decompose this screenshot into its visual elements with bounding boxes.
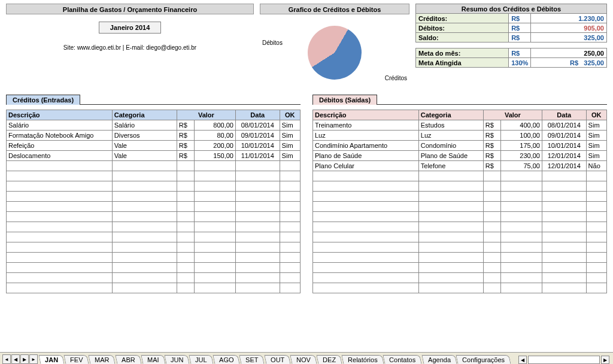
- col-val: Valor: [483, 110, 542, 120]
- meta-atingida-label: Meta Atingida: [416, 58, 509, 68]
- table-row[interactable]: Formatação Notebook AmigoDiversosR$80,00…: [7, 131, 301, 141]
- pie-chart: Débitos Créditos: [260, 17, 409, 89]
- col-cat: Categoria: [112, 110, 177, 120]
- table-row[interactable]: [7, 202, 301, 212]
- table-row[interactable]: Condimínio ApartamentoCondomínioR$175,00…: [313, 141, 607, 151]
- table-row[interactable]: [7, 181, 301, 192]
- table-row[interactable]: [7, 212, 301, 222]
- table-row[interactable]: [7, 232, 301, 242]
- col-desc: Descrição: [313, 110, 419, 120]
- col-cat: Categoria: [418, 110, 483, 120]
- table-row[interactable]: [7, 192, 301, 202]
- summary-value: 1.230,00: [531, 14, 607, 23]
- debits-section-tab: Débitos (Saídas): [312, 95, 377, 105]
- meta-label: Meta do mês:: [416, 48, 509, 58]
- col-ok: OK: [586, 110, 606, 120]
- table-row[interactable]: [7, 171, 301, 181]
- debits-table[interactable]: Descrição Categoria Valor Data OK Treina…: [312, 110, 607, 293]
- table-row[interactable]: LuzLuzR$100,0009/01/2014Sim: [313, 131, 607, 141]
- table-row[interactable]: [313, 171, 607, 181]
- table-row[interactable]: [7, 273, 301, 283]
- page-title: Planilha de Gastos / Orçamento Financeir…: [6, 4, 254, 14]
- table-row[interactable]: [7, 263, 301, 273]
- credits-section-tab: Créditos (Entradas): [6, 95, 80, 105]
- table-row[interactable]: [313, 242, 607, 253]
- col-ok: OK: [280, 110, 300, 120]
- table-row[interactable]: [313, 202, 607, 212]
- table-row[interactable]: Plano CelularTelefoneR$75,0012/01/2014Nã…: [313, 161, 607, 171]
- summary-value: 905,00: [531, 23, 607, 33]
- table-row[interactable]: [7, 283, 301, 293]
- table-row[interactable]: DeslocamentoValeR$150,0011/01/2014Sim: [7, 151, 301, 161]
- month-box: Janeiro 2014: [99, 22, 162, 34]
- summary-label: Créditos:: [416, 14, 509, 23]
- table-row[interactable]: [313, 181, 607, 192]
- table-row[interactable]: [313, 253, 607, 263]
- table-row[interactable]: [7, 161, 301, 171]
- meta-ccy: R$: [509, 48, 531, 58]
- col-val: Valor: [177, 110, 235, 120]
- summary-table: Resumo dos Créditos e Débitos Créditos:R…: [415, 4, 607, 68]
- col-date: Data: [235, 110, 280, 120]
- meta-atingida-pct: 130%: [509, 58, 531, 68]
- summary-ccy: R$: [509, 14, 531, 23]
- site-info: Site: www.diego.eti.br | E-mail: diego@d…: [6, 44, 254, 51]
- meta-atingida-val: R$ 325,00: [531, 58, 607, 68]
- table-row[interactable]: [313, 212, 607, 222]
- table-row[interactable]: [313, 232, 607, 242]
- summary-ccy: R$: [509, 23, 531, 33]
- meta-value: 250,00: [531, 48, 607, 58]
- chart-title: Grafico de Créditos e Débitos: [260, 4, 409, 14]
- credits-table[interactable]: Descrição Categoria Valor Data OK Salári…: [6, 110, 301, 293]
- table-row[interactable]: SalárioSalárioR$800,0008/01/2014Sim: [7, 120, 301, 131]
- table-row[interactable]: RefeiçãoValeR$200,0010/01/2014Sim: [7, 141, 301, 151]
- table-row[interactable]: [313, 273, 607, 283]
- table-row[interactable]: [7, 242, 301, 253]
- summary-label: Débitos:: [416, 23, 509, 33]
- col-date: Data: [542, 110, 586, 120]
- pie-label-creditos: Créditos: [385, 75, 407, 81]
- table-row[interactable]: [313, 222, 607, 232]
- pie-label-debitos: Débitos: [262, 40, 283, 46]
- summary-title: Resumo dos Créditos e Débitos: [416, 4, 607, 14]
- col-desc: Descrição: [7, 110, 113, 120]
- table-row[interactable]: [313, 283, 607, 293]
- table-row[interactable]: [313, 192, 607, 202]
- summary-ccy: R$: [509, 33, 531, 43]
- table-row[interactable]: [7, 222, 301, 232]
- table-row[interactable]: [7, 253, 301, 263]
- table-row[interactable]: [313, 263, 607, 273]
- summary-label: Saldo:: [416, 33, 509, 43]
- table-row[interactable]: Plano de SaúdePlano de SaúdeR$230,0012/0…: [313, 151, 607, 161]
- table-row[interactable]: TreinamentoEstudosR$400,0008/01/2014Sim: [313, 120, 607, 131]
- pie-graphic: [308, 26, 362, 80]
- summary-value: 325,00: [531, 33, 607, 43]
